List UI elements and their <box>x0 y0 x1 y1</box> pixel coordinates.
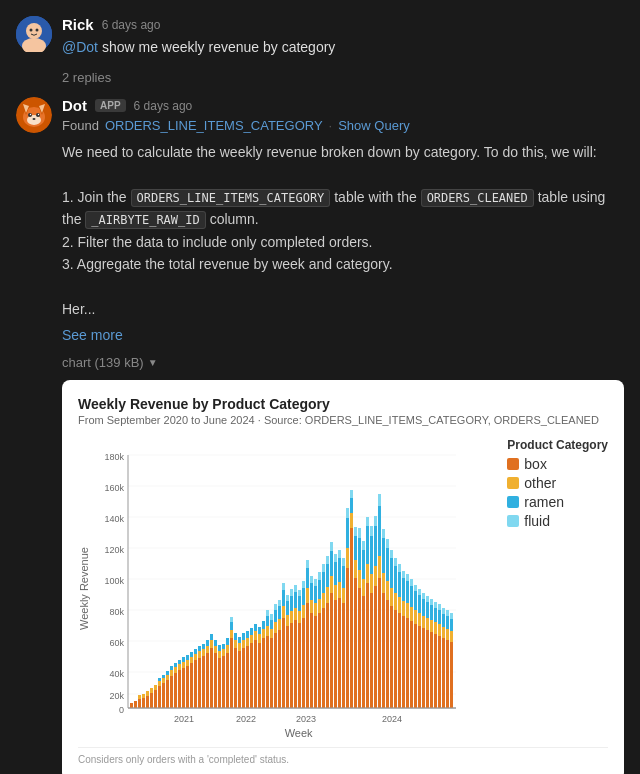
svg-rect-300 <box>430 605 433 620</box>
step3-text: 2. Filter the data to include only compl… <box>62 231 624 253</box>
svg-rect-46 <box>150 688 153 693</box>
svg-rect-82 <box>202 656 205 708</box>
rick-message-header: Rick 6 days ago <box>62 16 624 33</box>
svg-rect-312 <box>442 614 445 627</box>
svg-text:80k: 80k <box>109 607 124 617</box>
svg-rect-181 <box>314 616 317 708</box>
svg-rect-67 <box>182 668 185 708</box>
svg-rect-223 <box>354 560 357 578</box>
svg-rect-75 <box>190 652 193 657</box>
svg-rect-267 <box>398 597 401 613</box>
legend-color-fluid <box>507 515 519 527</box>
svg-point-13 <box>36 113 40 117</box>
svg-rect-258 <box>390 606 393 708</box>
svg-rect-171 <box>302 588 305 605</box>
svg-rect-206 <box>338 598 341 708</box>
found-line: Found ORDERS_LINE_ITEMS_CATEGORY · Show … <box>62 118 624 133</box>
svg-rect-125 <box>254 624 257 631</box>
svg-rect-93 <box>214 646 217 653</box>
svg-rect-235 <box>366 564 369 583</box>
svg-rect-246 <box>378 578 381 708</box>
step1-pre: 1. Join the <box>62 189 127 205</box>
svg-rect-68 <box>182 662 185 668</box>
svg-rect-204 <box>334 562 337 585</box>
svg-rect-156 <box>286 595 289 601</box>
dot-avatar <box>16 97 52 133</box>
found-table-link[interactable]: ORDERS_LINE_ITEMS_CATEGORY <box>105 118 323 133</box>
svg-rect-316 <box>446 616 449 629</box>
svg-rect-286 <box>418 626 421 708</box>
svg-rect-253 <box>382 529 385 538</box>
svg-rect-271 <box>402 601 405 616</box>
svg-rect-144 <box>274 604 277 610</box>
rick-timestamp: 6 days ago <box>102 18 161 32</box>
chart-subtitle: From September 2020 to June 2024 · Sourc… <box>78 414 608 426</box>
svg-rect-306 <box>438 636 441 708</box>
svg-rect-314 <box>446 640 449 708</box>
svg-rect-242 <box>374 586 377 708</box>
svg-rect-102 <box>226 645 229 653</box>
dot-body-text: We need to calculate the weekly revenue … <box>62 141 624 347</box>
svg-rect-302 <box>434 634 437 708</box>
svg-rect-212 <box>342 566 345 588</box>
svg-rect-205 <box>334 554 337 562</box>
svg-rect-39 <box>138 699 141 708</box>
chart-legend: Product Category box other ramen <box>507 438 608 739</box>
svg-rect-48 <box>154 685 157 690</box>
svg-text:2024: 2024 <box>382 714 402 724</box>
svg-rect-197 <box>326 556 329 564</box>
svg-rect-65 <box>178 664 181 670</box>
chart-label[interactable]: chart (139 kB) ▼ <box>62 355 624 370</box>
svg-rect-259 <box>390 588 393 606</box>
svg-rect-74 <box>190 657 193 663</box>
svg-point-1 <box>26 23 42 39</box>
svg-rect-60 <box>170 666 173 670</box>
svg-rect-169 <box>302 618 305 708</box>
svg-rect-139 <box>270 620 273 629</box>
svg-rect-315 <box>446 629 449 640</box>
svg-rect-106 <box>230 622 233 630</box>
svg-rect-231 <box>362 579 365 596</box>
svg-rect-170 <box>302 605 305 618</box>
dot-timestamp: 6 days ago <box>134 99 193 113</box>
svg-rect-101 <box>226 653 229 708</box>
svg-rect-154 <box>286 615 289 626</box>
svg-rect-207 <box>338 582 341 598</box>
svg-rect-108 <box>234 648 237 708</box>
svg-rect-177 <box>310 613 313 708</box>
svg-rect-307 <box>438 624 441 636</box>
svg-rect-79 <box>198 658 201 708</box>
svg-rect-38 <box>134 701 137 708</box>
svg-rect-134 <box>266 626 269 636</box>
replies-count[interactable]: 2 replies <box>62 70 624 85</box>
svg-rect-109 <box>234 640 237 648</box>
svg-rect-217 <box>346 508 349 518</box>
svg-text:140k: 140k <box>104 514 124 524</box>
svg-rect-186 <box>318 613 321 708</box>
svg-rect-50 <box>158 681 161 686</box>
svg-rect-278 <box>410 621 413 708</box>
svg-rect-269 <box>398 564 401 572</box>
svg-rect-41 <box>142 698 145 708</box>
svg-rect-191 <box>322 593 325 608</box>
see-more-link[interactable]: See more <box>62 324 624 346</box>
svg-point-16 <box>33 118 36 120</box>
svg-rect-115 <box>242 640 245 648</box>
svg-rect-195 <box>326 587 329 603</box>
svg-rect-140 <box>270 614 273 620</box>
chart-dropdown-arrow: ▼ <box>148 357 158 368</box>
svg-rect-111 <box>238 651 241 708</box>
show-query-link[interactable]: Show Query <box>338 118 410 133</box>
svg-rect-296 <box>426 602 429 618</box>
svg-rect-192 <box>322 572 325 593</box>
svg-rect-51 <box>158 678 161 681</box>
svg-rect-107 <box>230 617 233 622</box>
svg-rect-252 <box>382 538 385 573</box>
svg-rect-89 <box>210 640 213 648</box>
svg-rect-87 <box>206 640 209 646</box>
svg-rect-127 <box>258 634 261 643</box>
svg-rect-224 <box>354 536 357 560</box>
svg-rect-85 <box>206 653 209 708</box>
svg-rect-280 <box>410 586 413 607</box>
found-prefix: Found <box>62 118 99 133</box>
